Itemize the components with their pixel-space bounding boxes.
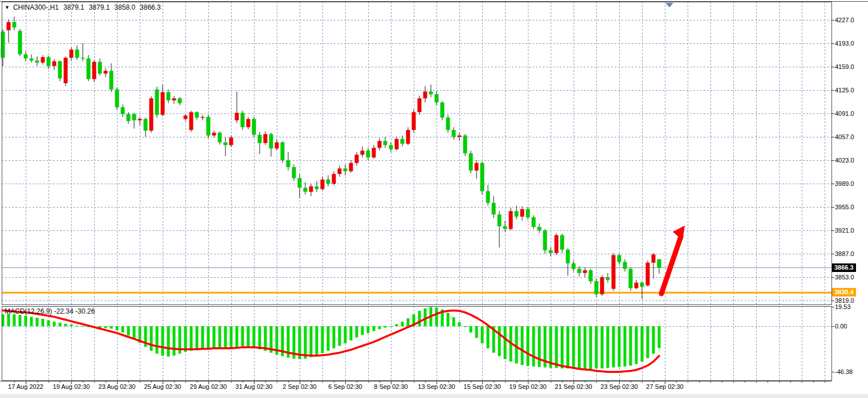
candle-body [543,230,547,250]
price-axis-label: 4159.0 [835,63,867,71]
candle-body [583,270,587,273]
candle-body [657,259,661,268]
candle-body [441,103,445,118]
macd-histogram-bar [264,326,267,351]
macd-histogram-bar [584,326,587,369]
candle-body [286,160,290,167]
macd-histogram-bar [356,326,358,338]
candle-body [549,250,553,253]
macd-histogram-bar [629,326,632,365]
candle-body [241,113,245,127]
symbol-dropdown-icon[interactable]: ▼ [5,5,10,10]
candle-body [532,217,536,227]
price-axis-label: 3921.0 [835,227,867,234]
macd-histogram-bar [162,326,164,356]
candle-body [503,226,507,229]
ohlc-open: 3879.1 [63,3,84,11]
candle-body [349,163,353,171]
candle-body [452,130,456,137]
candle-body [606,277,610,280]
macd-histogram-bar [25,316,27,326]
candle-body [321,180,325,189]
macd-histogram-bar [447,313,450,326]
macd-histogram-bar [401,322,404,326]
candle-body [555,235,559,253]
macd-histogram-bar [532,326,535,367]
macd-histogram-bar [64,324,67,326]
time-axis-label: 19 Aug 02:30 [46,383,97,390]
candle-body [572,263,576,269]
candle-body [58,61,62,78]
chart-canvas[interactable] [0,0,868,398]
macd-histogram-bar [641,326,644,362]
candle-body [218,133,222,143]
candle-body [115,90,119,107]
candle-body [201,117,205,118]
chart-title-bar: ▼ CHINA300-,H1 3879.1 3879.1 3858.0 3866… [5,3,161,11]
macd-histogram-bar [470,326,473,332]
time-axis-label: 31 Aug 02:30 [228,383,280,390]
candle-body [92,62,96,79]
price-axis-label: 4057.0 [835,133,867,141]
macd-histogram-bar [321,326,324,353]
macd-axis-label: 0.00 [835,323,867,330]
candle-body [247,119,251,127]
candle-body [469,153,473,170]
candle-body [526,209,530,217]
candle-body [7,22,11,30]
candle-body [172,98,176,100]
candle-body [486,191,490,203]
candle-body [635,283,639,289]
candle-body [121,107,125,114]
macd-histogram-bar [127,326,130,335]
price-axis-label: 4125.0 [835,87,867,94]
candle-body [423,91,427,98]
candle-body [612,255,616,289]
candle-body [481,163,485,191]
candle-body [150,98,154,131]
macd-histogram-bar [304,326,307,359]
candle-body [87,59,91,79]
time-axis-label: 15 Sep 02:30 [457,383,508,390]
candle-body [463,136,467,153]
candle-body [578,269,582,273]
macd-histogram-bar [498,326,501,356]
candle-body [189,112,193,130]
candle-body [75,50,79,58]
macd-histogram-bar [259,326,261,350]
candle-body [326,180,330,184]
up-arrow-shaft [661,237,681,294]
time-axis-label: 13 Sep 02:30 [411,383,462,390]
macd-histogram-bar [13,314,16,326]
candle-body [30,59,34,61]
macd-histogram-bar [487,326,490,348]
candle-body [138,119,142,120]
candle-body [110,71,114,90]
macd-histogram-bar [418,311,421,326]
macd-histogram-bar [481,326,484,343]
price-pane-border [2,2,831,304]
time-axis-label: 2 Sep 02:30 [274,383,325,390]
macd-histogram-bar [207,326,210,348]
macd-histogram-bar [384,326,387,328]
macd-histogram-bar [475,326,478,338]
candle-body [144,119,148,131]
macd-histogram-bar [390,326,393,327]
candle-body [623,262,627,269]
price-axis-label: 4023.0 [835,157,867,164]
candle-body [629,269,633,289]
candle-body [401,139,405,144]
candle-body [475,163,479,170]
macd-histogram-bar [133,326,136,339]
ohlc-close: 3866.3 [140,3,161,11]
candle-body [184,116,188,119]
symbol-period-label: CHINA300-,H1 [13,3,59,11]
candle-body [600,277,604,294]
price-axis-label: 3853.0 [835,274,867,281]
candle-body [538,227,542,230]
orange-level-badge: 3830.4 [832,288,856,297]
price-axis-label: 3955.0 [835,204,867,211]
macd-histogram-bar [316,326,318,355]
candle-body [207,117,211,136]
macd-histogram-bar [70,324,73,326]
